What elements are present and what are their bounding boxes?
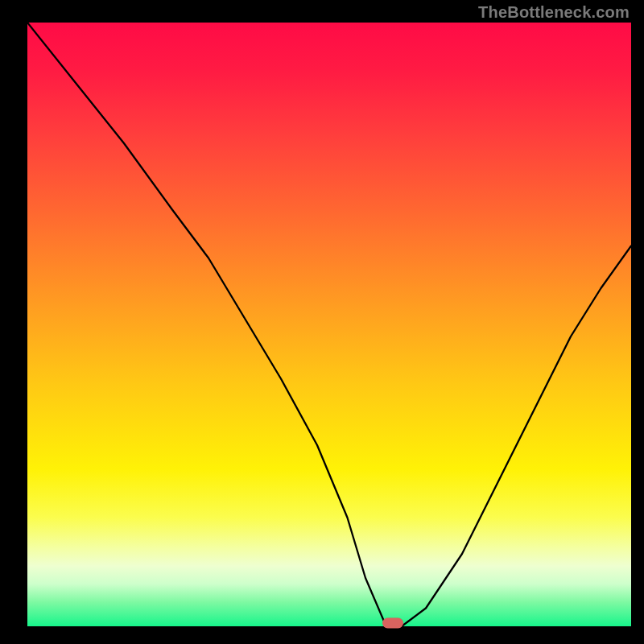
optimal-marker [382,618,403,629]
plot-area [27,23,631,626]
watermark-text: TheBottleneck.com [478,3,630,22]
bottleneck-curve [27,23,631,626]
chart-frame: TheBottleneck.com [0,0,644,644]
